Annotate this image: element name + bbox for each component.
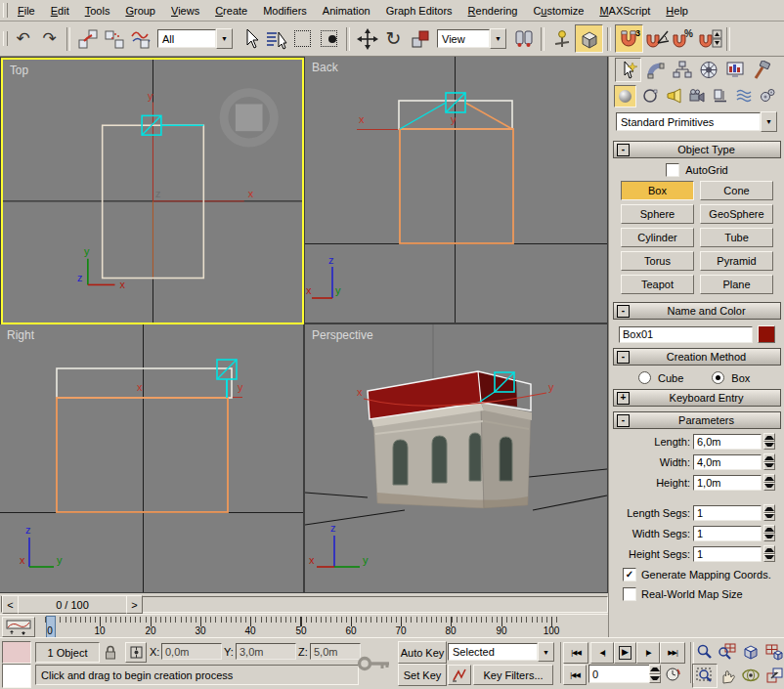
object-button-box[interactable]: Box <box>621 181 694 200</box>
set-key-button[interactable]: Set Key <box>398 664 447 686</box>
time-configuration-button[interactable] <box>663 665 682 683</box>
category-dropdown-arrow[interactable]: ▼ <box>761 111 777 132</box>
object-button-sphere[interactable]: Sphere <box>621 204 694 224</box>
rollout-object-type-header[interactable]: - Object Type <box>613 141 781 158</box>
length-spinner[interactable] <box>763 433 775 450</box>
go-to-end-button[interactable]: ▶▶| <box>660 642 685 664</box>
redo-button[interactable]: ↷ <box>36 25 63 52</box>
rollout-creation-method-header[interactable]: - Creation Method <box>613 348 781 366</box>
object-color-swatch[interactable] <box>758 325 775 343</box>
menu-create[interactable]: Create <box>207 3 255 19</box>
x-coord-field[interactable]: 0,0m <box>161 643 222 660</box>
track-bar[interactable]: 0 10 20 30 40 50 60 70 80 90 100 <box>0 614 608 638</box>
next-frame-button[interactable]: |▶ <box>636 642 660 664</box>
rollout-name-color-header[interactable]: - Name and Color <box>613 302 781 320</box>
pan-button[interactable] <box>716 664 739 686</box>
menu-maxscript[interactable]: MAXScript <box>591 3 658 19</box>
menu-rendering[interactable]: Rendering <box>460 3 526 19</box>
selected-box-wireframe-back-view[interactable] <box>400 129 513 243</box>
width-spinner[interactable] <box>763 453 775 470</box>
length-field[interactable]: 6,0m <box>693 434 762 450</box>
menu-animation[interactable]: Animation <box>315 3 378 19</box>
selection-set-dropdown[interactable]: Selected ▼ <box>448 642 554 662</box>
maxscript-mini-listener-pink[interactable] <box>2 641 31 664</box>
tab-motion[interactable] <box>696 59 720 81</box>
rollout-keyboard-entry-header[interactable]: + Keyboard Entry <box>613 389 781 407</box>
subcat-systems[interactable] <box>757 86 777 107</box>
radio-box[interactable] <box>712 371 724 384</box>
menu-modifiers[interactable]: Modifiers <box>255 3 315 19</box>
spinner-snap-button[interactable] <box>696 25 722 52</box>
height-segs-field[interactable]: 1 <box>693 546 762 562</box>
subcat-geometry[interactable] <box>614 85 636 108</box>
open-mini-curve-editor-button[interactable] <box>2 617 35 637</box>
viewport-back[interactable]: x y z x y Back <box>305 57 607 323</box>
viewport-right[interactable]: x y z x y Right <box>0 324 303 592</box>
select-and-link-button[interactable] <box>74 25 101 52</box>
select-and-manipulate-button[interactable] <box>548 25 575 52</box>
tab-modify[interactable] <box>643 59 668 81</box>
zoom-region-button[interactable] <box>692 664 718 688</box>
object-button-tube[interactable]: Tube <box>700 228 773 247</box>
menu-drag-handle[interactable] <box>3 3 8 18</box>
frame-spinner[interactable] <box>649 665 661 683</box>
select-and-scale-button[interactable] <box>407 25 433 52</box>
generate-mapping-checkbox[interactable]: ✓ <box>623 568 636 581</box>
height-segs-spinner[interactable] <box>763 545 775 562</box>
bind-to-space-warp-button[interactable] <box>127 25 153 52</box>
menu-file[interactable]: File <box>10 3 43 19</box>
object-button-geosphere[interactable]: GeoSphere <box>700 204 773 224</box>
viewport-label[interactable]: Top <box>10 64 28 77</box>
undo-button[interactable]: ↶ <box>10 25 36 52</box>
tab-utilities[interactable] <box>749 59 773 81</box>
menu-tools[interactable]: Tools <box>77 3 118 19</box>
time-slider-next-button[interactable]: > <box>126 595 143 614</box>
menu-group[interactable]: Group <box>117 3 163 19</box>
viewport-label[interactable]: Back <box>312 61 339 74</box>
category-dropdown[interactable]: Standard Primitives ▼ <box>616 111 777 132</box>
object-button-cylinder[interactable]: Cylinder <box>621 228 694 247</box>
key-filters-button[interactable]: Key Filters... <box>473 665 553 685</box>
object-name-field[interactable]: Box01 <box>619 326 753 343</box>
y-coord-field[interactable]: 3,0m <box>236 643 296 660</box>
zoom-extents-all-button[interactable] <box>762 640 784 663</box>
tab-hierarchy[interactable] <box>670 59 694 81</box>
unlink-selection-button[interactable] <box>101 25 127 52</box>
select-and-move-button[interactable] <box>354 25 380 52</box>
subcat-cameras[interactable] <box>686 86 707 107</box>
menu-edit[interactable]: Edit <box>43 3 77 19</box>
select-and-rotate-button[interactable]: ↻ <box>380 25 407 52</box>
object-button-teapot[interactable]: Teapot <box>621 275 694 294</box>
absolute-offset-mode-toggle[interactable] <box>125 642 147 663</box>
object-button-plane[interactable]: Plane <box>700 275 773 294</box>
selection-filter-dropdown[interactable]: All ▼ <box>157 28 233 49</box>
percent-snap-button[interactable]: % <box>670 25 696 52</box>
zoom-extents-button[interactable] <box>739 640 762 663</box>
z-coord-field[interactable]: 5,0m <box>310 643 361 660</box>
viewcube-faded[interactable] <box>224 93 274 143</box>
viewport-top[interactable]: y x z y x z Top <box>1 58 304 324</box>
length-segs-field[interactable]: 1 <box>693 505 762 521</box>
menu-customize[interactable]: Customize <box>525 3 591 19</box>
select-object-button[interactable] <box>237 25 263 52</box>
zoom-all-button[interactable] <box>716 640 739 663</box>
autogrid-checkbox[interactable] <box>666 163 679 177</box>
subcat-lights[interactable] <box>663 86 683 107</box>
viewport-label[interactable]: Perspective <box>312 328 373 342</box>
width-segs-field[interactable]: 1 <box>693 526 762 541</box>
default-tangent-button[interactable] <box>448 665 471 685</box>
window-crossing-button[interactable] <box>316 25 342 52</box>
time-slider-prev-button[interactable]: < <box>2 595 19 614</box>
real-world-checkbox[interactable] <box>623 587 636 601</box>
go-to-start-button[interactable]: |◀◀ <box>563 642 588 664</box>
object-button-torus[interactable]: Torus <box>621 251 694 271</box>
new-box-wireframe-right-view[interactable] <box>57 368 232 398</box>
selected-box-wireframe-right-view[interactable] <box>57 398 228 512</box>
radio-cube[interactable] <box>638 371 651 384</box>
snap-toggle-button[interactable]: 3 <box>615 24 643 53</box>
object-button-pyramid[interactable]: Pyramid <box>700 251 773 271</box>
min-max-toggle-button[interactable] <box>762 664 784 686</box>
width-segs-spinner[interactable] <box>763 525 775 541</box>
subcat-shapes[interactable] <box>639 86 660 107</box>
menu-views[interactable]: Views <box>163 3 207 19</box>
